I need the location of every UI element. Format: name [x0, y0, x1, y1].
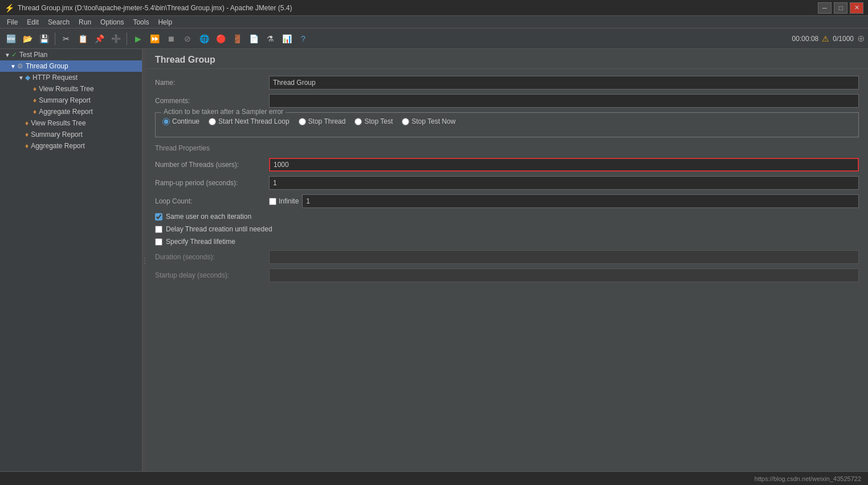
sidebar-item-view-results-tree-2[interactable]: ♦ View Results Tree	[0, 117, 142, 129]
function-helper-button[interactable]: ⚗	[263, 31, 278, 46]
action-section: Action to be taken after a Sampler error…	[155, 112, 859, 137]
status-bar: https://blog.csdn.net/weixin_43525722	[0, 471, 868, 485]
view-results-tree-label-2: View Results Tree	[31, 119, 86, 127]
aggregate-report-label-2: Aggregate Report	[31, 142, 85, 150]
sidebar-item-summary-report-1[interactable]: ♦ Summary Report	[0, 95, 142, 106]
test-plan-label: Test Plan	[19, 51, 47, 59]
menu-run[interactable]: Run	[74, 17, 96, 27]
delay-thread-label: Delay Thread creation until needed	[166, 225, 272, 233]
radio-start-next-loop-input[interactable]	[209, 118, 216, 125]
arrow-thread-group: ▼	[10, 63, 16, 70]
summary-report-icon-2: ♦	[25, 131, 28, 138]
menu-file[interactable]: File	[2, 17, 22, 27]
aggregate-report-icon-1: ♦	[33, 108, 36, 116]
same-user-checkbox[interactable]	[155, 213, 162, 221]
rampup-label: Ramp-up period (seconds):	[155, 179, 269, 187]
radio-group: Continue Start Next Thread Loop Stop Thr…	[162, 117, 851, 125]
summary-report-icon-1: ♦	[33, 96, 36, 104]
rampup-row: Ramp-up period (seconds):	[155, 176, 859, 190]
radio-continue[interactable]: Continue	[162, 117, 199, 125]
minimize-button[interactable]: ─	[818, 2, 832, 14]
sidebar-item-aggregate-report-2[interactable]: ♦ Aggregate Report	[0, 140, 142, 152]
maximize-button[interactable]: □	[834, 2, 847, 14]
save-button[interactable]: 💾	[36, 31, 51, 46]
status-url: https://blog.csdn.net/weixin_43525722	[755, 475, 861, 482]
radio-stop-test-input[interactable]	[354, 118, 362, 125]
duration-input[interactable]	[269, 250, 859, 264]
close-button[interactable]: ✕	[850, 2, 863, 14]
name-row: Name:	[155, 76, 859, 89]
add-button[interactable]: ➕	[108, 31, 123, 46]
sidebar-item-thread-group[interactable]: ▼ ⚙ Thread Group	[0, 60, 142, 72]
copy-button[interactable]: 📋	[75, 31, 90, 46]
toolbar: 🆕 📂 💾 ✂ 📋 📌 ➕ ▶ ⏩ ⏹ ⊘ 🌐 🔴 🚪 📄 ⚗ 📊 ? 00:0…	[0, 28, 868, 49]
radio-stop-test-now[interactable]: Stop Test Now	[402, 117, 455, 125]
specify-lifetime-label: Specify Thread lifetime	[166, 238, 235, 246]
radio-start-next-loop[interactable]: Start Next Thread Loop	[209, 117, 290, 125]
radio-continue-input[interactable]	[162, 118, 170, 125]
sidebar-item-http-request[interactable]: ▼ ◆ HTTP Request	[0, 72, 142, 83]
stop-button[interactable]: ⏹	[164, 31, 178, 46]
rampup-input[interactable]	[269, 176, 859, 190]
run-button[interactable]: ▶	[131, 31, 145, 46]
view-results-icon-2: ♦	[25, 119, 28, 127]
remote-start-button[interactable]: 🌐	[197, 31, 211, 46]
counter-display: 0/1000	[833, 35, 854, 43]
radio-stop-test[interactable]: Stop Test	[354, 117, 393, 125]
radio-stop-thread-input[interactable]	[299, 118, 306, 125]
arrow-test-plan: ▼	[5, 52, 10, 58]
templates-button[interactable]: 📄	[246, 31, 261, 46]
loop-count-label: Loop Count:	[155, 197, 269, 205]
radio-stop-test-now-input[interactable]	[402, 118, 409, 125]
new-button[interactable]: 🆕	[3, 31, 18, 46]
menu-options[interactable]: Options	[96, 17, 128, 27]
test-plan-icon: ✓	[11, 51, 17, 59]
same-user-row: Same user on each iteration	[155, 213, 859, 221]
content-area: Thread Group Name: Comments: Action to b…	[146, 49, 868, 471]
sidebar-item-summary-report-2[interactable]: ♦ Summary Report	[0, 129, 142, 140]
infinite-label: Infinite	[279, 197, 299, 205]
run-no-pause-button[interactable]: ⏩	[147, 31, 162, 46]
shutdown-button[interactable]: ⊘	[180, 31, 195, 46]
view-results-icon-1: ♦	[33, 85, 36, 93]
menu-help[interactable]: Help	[153, 17, 177, 27]
remote-stop-button[interactable]: 🔴	[213, 31, 228, 46]
radio-stop-test-now-label: Stop Test Now	[411, 117, 455, 125]
startup-delay-row: Startup delay (seconds):	[155, 268, 859, 282]
radio-stop-thread[interactable]: Stop Thread	[299, 117, 346, 125]
aggregate-report-label-1: Aggregate Report	[39, 108, 93, 116]
thread-group-icon: ⚙	[17, 62, 23, 70]
main-layout: ▼ ✓ Test Plan ▼ ⚙ Thread Group ▼ ◆ HTTP …	[0, 49, 868, 471]
menu-search[interactable]: Search	[43, 17, 74, 27]
threads-input[interactable]	[269, 158, 859, 172]
warning-icon: ⚠	[822, 34, 829, 43]
http-request-label: HTTP Request	[32, 74, 78, 81]
title-bar: ⚡ Thread Group.jmx (D:\tool\apache-jmete…	[0, 0, 868, 16]
panel-header: Thread Group	[146, 49, 868, 69]
sidebar-item-view-results-tree-1[interactable]: ♦ View Results Tree	[0, 83, 142, 95]
menu-tools[interactable]: Tools	[128, 17, 153, 27]
startup-delay-input[interactable]	[269, 268, 859, 282]
specify-lifetime-checkbox[interactable]	[155, 238, 162, 246]
open-button[interactable]: 📂	[20, 31, 35, 46]
infinite-label-wrapper[interactable]: Infinite	[269, 197, 299, 205]
infinite-checkbox[interactable]	[269, 198, 276, 205]
delay-thread-checkbox[interactable]	[155, 226, 162, 233]
cut-button[interactable]: ✂	[59, 31, 74, 46]
paste-button[interactable]: 📌	[92, 31, 107, 46]
loop-count-input[interactable]	[302, 194, 859, 208]
delay-thread-row: Delay Thread creation until needed	[155, 225, 859, 233]
remote-exit-button[interactable]: 🚪	[230, 31, 244, 46]
thread-group-label: Thread Group	[26, 62, 68, 70]
menu-edit[interactable]: Edit	[22, 17, 43, 27]
log-viewer-button[interactable]: 📊	[279, 31, 294, 46]
http-request-icon: ◆	[25, 74, 30, 81]
sidebar-item-test-plan[interactable]: ▼ ✓ Test Plan	[0, 49, 142, 60]
sidebar-item-aggregate-report-1[interactable]: ♦ Aggregate Report	[0, 106, 142, 117]
comments-label: Comments:	[155, 97, 269, 105]
separator-1	[55, 32, 55, 45]
help-button[interactable]: ?	[296, 31, 311, 46]
separator-2	[127, 32, 127, 45]
name-input[interactable]	[269, 76, 859, 89]
comments-input[interactable]	[269, 94, 859, 108]
